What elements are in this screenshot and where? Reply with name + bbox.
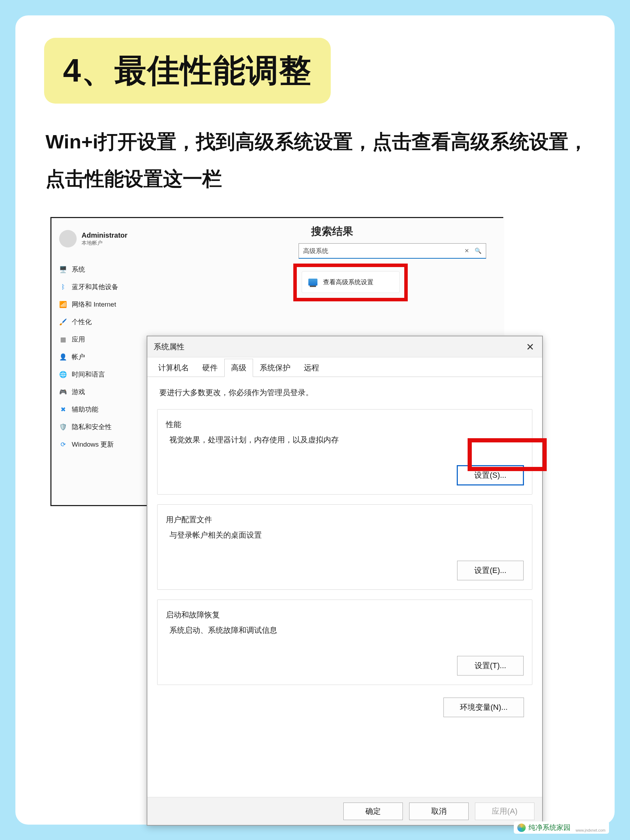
profiles-settings-button[interactable]: 设置(E)...: [457, 561, 524, 580]
search-icon[interactable]: 🔍: [475, 248, 482, 254]
system-properties-dialog: 系统属性 ✕ 计算机名硬件高级系统保护远程 要进行大多数更改，你必须作为管理员登…: [147, 336, 543, 826]
apply-label: 应用(A): [492, 806, 517, 816]
sidebar-item-label: 应用: [72, 335, 85, 344]
sidebar-user-text: Administrator 本地帐户: [82, 231, 127, 246]
sidebar-item-icon: 🛡️: [59, 423, 67, 431]
sidebar-item-5[interactable]: 👤帐户: [51, 348, 160, 366]
sidebar-item-1[interactable]: ᛒ蓝牙和其他设备: [51, 278, 160, 296]
sidebar-item-icon: ▦: [59, 336, 67, 343]
sidebar-item-3[interactable]: 🖌️个性化: [51, 313, 160, 331]
group-user-profiles: 用户配置文件 与登录帐户相关的桌面设置 设置(E)...: [157, 504, 532, 590]
tab-3[interactable]: 系统保护: [253, 359, 297, 377]
sidebar-item-icon: 📶: [59, 301, 67, 308]
sidebar-user-block[interactable]: Administrator 本地帐户: [51, 226, 160, 256]
apply-button[interactable]: 应用(A): [475, 802, 534, 820]
tab-2[interactable]: 高级: [224, 359, 253, 377]
page-card: 4、最佳性能调整 Win+i打开设置，找到高级系统设置，点击查看高级系统设置，点…: [16, 16, 614, 824]
sidebar-item-4[interactable]: ▦应用: [51, 331, 160, 348]
environment-variables-label: 环境变量(N)...: [460, 702, 508, 713]
clear-search-icon[interactable]: ✕: [459, 248, 475, 254]
sidebar-item-icon: ✖: [59, 406, 67, 413]
sidebar-item-label: 游戏: [72, 387, 85, 396]
group-profiles-desc: 与登录帐户相关的桌面设置: [166, 530, 524, 540]
sidebar-item-label: 帐户: [72, 352, 85, 362]
search-results-heading: 搜索结果: [311, 224, 353, 239]
startup-settings-button[interactable]: 设置(T)...: [457, 656, 524, 676]
ok-button[interactable]: 确定: [343, 802, 403, 820]
watermark-logo-icon: [517, 824, 526, 832]
environment-variables-button[interactable]: 环境变量(N)...: [444, 698, 524, 717]
startup-settings-label: 设置(T)...: [475, 660, 506, 671]
tab-0[interactable]: 计算机名: [152, 359, 196, 377]
watermark-text: 纯净系统家园: [529, 823, 570, 832]
dialog-footer: 确定 取消 应用(A): [147, 797, 542, 825]
step-title: 4、最佳性能调整: [63, 52, 312, 88]
sidebar-item-label: Windows 更新: [72, 440, 114, 449]
ok-label: 确定: [365, 806, 381, 816]
step-instructions: Win+i打开设置，找到高级系统设置，点击查看高级系统设置，点击性能设置这一栏: [46, 123, 592, 198]
sidebar-item-icon: ⟳: [59, 441, 67, 448]
env-var-row: 环境变量(N)...: [157, 695, 532, 717]
group-performance-desc: 视觉效果，处理器计划，内存使用，以及虚拟内存: [166, 435, 524, 445]
settings-sidebar: Administrator 本地帐户 🖥️系统ᛒ蓝牙和其他设备📶网络和 Inte…: [51, 218, 160, 505]
sidebar-item-9[interactable]: 🛡️隐私和安全性: [51, 418, 160, 436]
cancel-label: 取消: [431, 806, 447, 816]
search-input[interactable]: 高级系统: [303, 247, 459, 255]
sidebar-item-label: 蓝牙和其他设备: [72, 283, 118, 292]
tab-1[interactable]: 硬件: [196, 359, 224, 377]
sidebar-item-8[interactable]: ✖辅助功能: [51, 401, 160, 418]
close-icon[interactable]: ✕: [518, 336, 542, 357]
admin-note: 要进行大多数更改，你必须作为管理员登录。: [157, 385, 532, 400]
search-result-advanced-system[interactable]: 查看高级系统设置: [302, 271, 400, 293]
sidebar-item-6[interactable]: 🌐时间和语言: [51, 366, 160, 383]
sidebar-item-10[interactable]: ⟳Windows 更新: [51, 436, 160, 453]
sidebar-item-label: 系统: [72, 265, 85, 274]
dialog-titlebar: 系统属性 ✕: [147, 336, 542, 357]
search-result-label: 查看高级系统设置: [323, 278, 373, 286]
sidebar-item-icon: 👤: [59, 353, 67, 361]
tab-4[interactable]: 远程: [297, 359, 326, 377]
group-startup-title: 启动和故障恢复: [166, 610, 524, 620]
sidebar-item-7[interactable]: 🎮游戏: [51, 383, 160, 401]
watermark: 纯净系统家园 www.jndxnet.com: [514, 821, 609, 834]
profiles-settings-label: 设置(E)...: [474, 565, 507, 576]
sidebar-item-icon: 🎮: [59, 388, 67, 396]
sidebar-item-icon: 🖌️: [59, 318, 67, 326]
sidebar-item-icon: 🌐: [59, 371, 67, 378]
avatar: [59, 230, 77, 248]
group-performance-title: 性能: [166, 419, 524, 430]
group-startup-recovery: 启动和故障恢复 系统启动、系统故障和调试信息 设置(T)...: [157, 600, 532, 685]
monitor-icon: [308, 279, 317, 286]
dialog-tabs: 计算机名硬件高级系统保护远程: [147, 357, 542, 377]
sidebar-item-label: 隐私和安全性: [72, 422, 112, 431]
sidebar-item-label: 辅助功能: [72, 405, 98, 414]
user-name: Administrator: [82, 231, 127, 240]
dialog-title: 系统属性: [154, 342, 185, 352]
sidebar-item-2[interactable]: 📶网络和 Internet: [51, 296, 160, 313]
settings-search-box[interactable]: 高级系统 ✕ 🔍: [298, 243, 486, 259]
watermark-sub: www.jndxnet.com: [575, 828, 605, 832]
sidebar-item-0[interactable]: 🖥️系统: [51, 261, 160, 278]
sidebar-item-icon: ᛒ: [59, 283, 67, 291]
group-startup-desc: 系统启动、系统故障和调试信息: [166, 625, 524, 636]
dialog-body: 要进行大多数更改，你必须作为管理员登录。 性能 视觉效果，处理器计划，内存使用，…: [147, 377, 542, 797]
performance-settings-button[interactable]: 设置(S)...: [457, 466, 524, 485]
sidebar-item-icon: 🖥️: [59, 266, 67, 273]
user-subtitle: 本地帐户: [82, 240, 127, 246]
sidebar-item-label: 个性化: [72, 317, 92, 327]
step-title-banner: 4、最佳性能调整: [44, 38, 331, 104]
sidebar-item-label: 网络和 Internet: [72, 300, 116, 309]
group-performance: 性能 视觉效果，处理器计划，内存使用，以及虚拟内存 设置(S)...: [157, 409, 532, 494]
cancel-button[interactable]: 取消: [409, 802, 469, 820]
group-profiles-title: 用户配置文件: [166, 515, 524, 525]
performance-settings-label: 设置(S)...: [474, 470, 507, 480]
sidebar-nav: 🖥️系统ᛒ蓝牙和其他设备📶网络和 Internet🖌️个性化▦应用👤帐户🌐时间和…: [51, 256, 160, 453]
sidebar-item-label: 时间和语言: [72, 370, 105, 379]
